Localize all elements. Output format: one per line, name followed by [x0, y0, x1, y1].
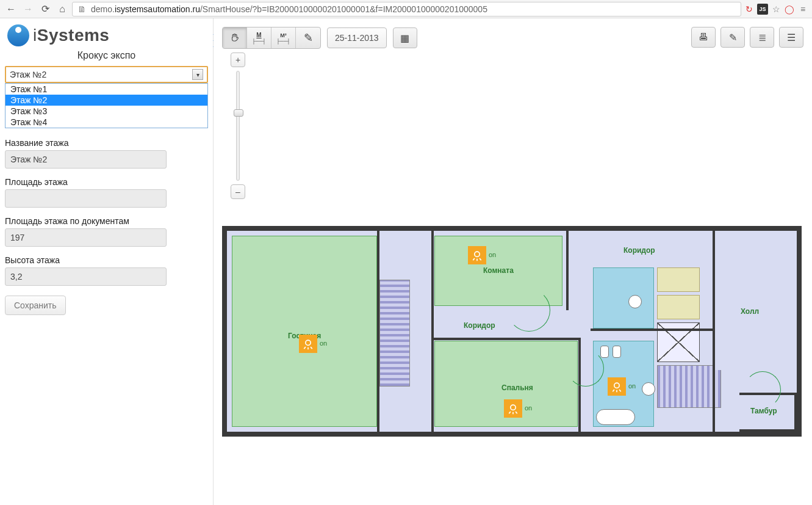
sidebar: ◀◀◀ iSystems Крокус экспо Этаж №2 ▾ Этаж…	[0, 18, 214, 505]
date-input[interactable]: 25-11-2013	[327, 27, 387, 48]
area-input[interactable]	[5, 189, 167, 208]
light-room[interactable]	[468, 246, 486, 264]
floor-option[interactable]: Этаж №3	[5, 106, 207, 117]
zoom-slider-track[interactable]	[236, 71, 240, 181]
light-room-state: on	[489, 251, 496, 258]
door-arc	[508, 289, 550, 332]
pencil-tool[interactable]: ✎	[296, 27, 320, 48]
toolbar-left: M ├──┤ M² ├──┤ ✎ 25-11-2013 ▦	[222, 27, 417, 49]
zoom-out-button[interactable]: –	[231, 184, 245, 199]
floor-select[interactable]: Этаж №2 ▾ Этаж №1 Этаж №2 Этаж №3 Этаж №…	[5, 66, 208, 83]
svg-point-8	[511, 405, 516, 410]
adblock-icon[interactable]: ◯	[784, 4, 795, 15]
height-label: Высота этажа	[5, 255, 208, 265]
calendar-icon: ▦	[400, 32, 409, 44]
room-hall[interactable]	[715, 236, 792, 370]
height-input[interactable]	[5, 267, 167, 286]
svg-line-3	[311, 347, 312, 349]
bathtub-icon	[596, 409, 635, 425]
print-button[interactable]: 🖶	[691, 27, 716, 48]
name-label: Название этажа	[5, 138, 208, 148]
svg-point-12	[614, 383, 619, 388]
corridor-label: Коридор	[464, 321, 495, 330]
zoom-in-button[interactable]: +	[231, 53, 245, 67]
zoom-slider-thumb[interactable]	[234, 109, 243, 117]
stairs-right	[657, 365, 721, 408]
light-bath-state: on	[628, 382, 636, 390]
logo-text: iSystems	[33, 26, 109, 45]
room-komnata-label: Комната	[483, 266, 514, 275]
browser-chrome: ← → ⟳ ⌂ 🗎 demo.isystemsautomation.ru/Sma…	[0, 0, 812, 18]
star-icon[interactable]: ☆	[771, 4, 781, 15]
hand-icon	[229, 32, 240, 43]
main-area: M ├──┤ M² ├──┤ ✎ 25-11-2013 ▦ 🖶	[214, 18, 812, 505]
svg-point-0	[306, 340, 311, 345]
toolbar-right: 🖶 ✎ ≣ ☰	[691, 27, 803, 48]
sink-icon	[642, 382, 655, 396]
light-living[interactable]	[299, 335, 317, 353]
zoom-control: + –	[231, 53, 245, 199]
area-label: Площадь этажа	[5, 177, 208, 187]
save-button[interactable]: Сохранить	[5, 296, 66, 315]
area-tool[interactable]: M² ├──┤	[271, 27, 296, 48]
ruler-tool[interactable]: M ├──┤	[247, 27, 271, 48]
sink-icon	[628, 295, 642, 308]
floor-option[interactable]: Этаж №4	[5, 117, 207, 128]
corridor-top-label: Коридор	[623, 246, 655, 255]
logo-icon	[7, 24, 29, 46]
svg-point-4	[475, 252, 480, 256]
list-icon: ≣	[758, 32, 766, 43]
back-button[interactable]: ←	[4, 2, 18, 16]
svg-line-6	[473, 258, 475, 260]
print-icon: 🖶	[699, 32, 708, 43]
edit-icon: ✎	[729, 32, 737, 43]
floor-plan-canvas[interactable]: Гостиная Комната Коридор Спальня Коридор…	[222, 226, 802, 437]
gesture-icon[interactable]: ↻	[744, 4, 755, 15]
url-text: demo.isystemsautomation.ru/SmartHouse/?b…	[91, 4, 487, 14]
svg-line-15	[619, 390, 621, 391]
room-bedroom-label: Спальня	[501, 383, 533, 392]
closet-1[interactable]	[657, 267, 700, 292]
forward-button[interactable]: →	[21, 2, 35, 16]
door-arc	[567, 350, 604, 387]
room-tambur-label: Тамбур	[750, 407, 777, 415]
light-bath[interactable]	[608, 377, 626, 396]
stairs	[379, 280, 410, 387]
svg-line-14	[613, 390, 614, 391]
bulb-icon	[507, 402, 519, 415]
bulb-icon	[611, 380, 623, 393]
closet-2[interactable]	[657, 295, 700, 319]
page-icon: 🗎	[76, 4, 87, 15]
room-hall-label: Холл	[741, 307, 759, 316]
floor-option[interactable]: Этаж №2	[5, 95, 207, 106]
list-button[interactable]: ≣	[750, 27, 774, 48]
svg-line-10	[509, 412, 511, 413]
doc-area-input[interactable]	[5, 228, 167, 247]
chevron-down-icon: ▾	[192, 69, 203, 80]
home-button[interactable]: ⌂	[55, 2, 70, 16]
bulb-icon	[302, 338, 314, 350]
toilet-icon	[613, 346, 621, 358]
bulb-icon	[471, 249, 483, 261]
menu-icon[interactable]: ≡	[797, 4, 808, 15]
svg-line-7	[480, 258, 481, 260]
svg-line-2	[304, 347, 306, 349]
hand-tool[interactable]	[223, 27, 247, 48]
light-bedroom-state: on	[525, 404, 532, 412]
reload-button[interactable]: ⟳	[38, 2, 52, 16]
edit-button[interactable]: ✎	[720, 27, 745, 48]
layers-icon: ☰	[787, 32, 796, 43]
toilet-icon	[600, 346, 609, 358]
light-living-state: on	[320, 340, 327, 347]
calendar-button[interactable]: ▦	[393, 27, 417, 48]
light-bedroom[interactable]	[504, 399, 522, 418]
floor-option[interactable]: Этаж №1	[5, 84, 207, 95]
js-icon[interactable]: JS	[757, 4, 768, 15]
name-input[interactable]	[5, 150, 167, 169]
building-name: Крокус экспо	[5, 50, 208, 61]
logo: iSystems	[5, 22, 208, 50]
pencil-icon: ✎	[304, 31, 313, 45]
bathroom-1[interactable]	[593, 267, 654, 329]
layers-button[interactable]: ☰	[779, 27, 803, 48]
url-bar[interactable]: 🗎 demo.isystemsautomation.ru/SmartHouse/…	[72, 2, 741, 16]
